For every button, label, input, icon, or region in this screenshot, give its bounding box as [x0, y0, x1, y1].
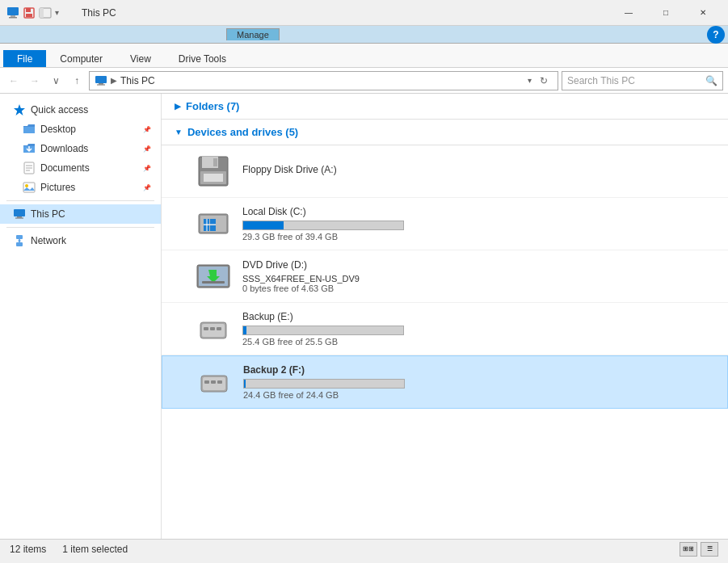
- svg-rect-1: [11, 15, 15, 17]
- dvd-drive-icon: [194, 257, 233, 296]
- title-bar-down-arrow[interactable]: ▾: [55, 8, 59, 17]
- sidebar-item-label: Quick access: [31, 104, 88, 116]
- large-icons-view-button[interactable]: ⊞⊞: [680, 542, 697, 557]
- dvd-drive-d-item[interactable]: DVD Drive (D:) SSS_X64FREE_EN-US_DV9 0 b…: [162, 250, 728, 303]
- tab-view[interactable]: View: [116, 50, 165, 67]
- backup-f-bar: [244, 380, 246, 388]
- sidebar-divider: [6, 200, 154, 201]
- sidebar-item-label: Network: [31, 235, 66, 246]
- view-controls: ⊞⊞ ☰: [680, 542, 718, 557]
- local-disk-c-space: 29.3 GB free of 39.4 GB: [242, 232, 715, 242]
- details-view-icon: ☰: [707, 545, 713, 552]
- local-disk-c-item[interactable]: Local Disk (C:) 29.3 GB free of 39.4 GB: [162, 198, 728, 250]
- sidebar-item-network[interactable]: Network: [0, 231, 161, 250]
- manage-tab[interactable]: Manage: [226, 28, 280, 40]
- svg-rect-7: [40, 8, 44, 18]
- details-view-button[interactable]: ☰: [701, 542, 718, 557]
- documents-icon: [23, 162, 36, 174]
- tab-computer[interactable]: Computer: [46, 50, 116, 67]
- svg-rect-18: [14, 209, 25, 216]
- up-button[interactable]: ↑: [68, 72, 86, 90]
- pictures-icon: [23, 181, 36, 194]
- app-icon: [6, 6, 19, 19]
- svg-rect-5: [26, 14, 32, 17]
- back-arrow-icon: ←: [9, 75, 19, 86]
- tab-drive-tools[interactable]: Drive Tools: [165, 50, 240, 67]
- chevron-right-icon: ▶: [175, 102, 181, 111]
- backup-f-icon: [195, 363, 234, 401]
- sidebar-item-pictures[interactable]: Pictures 📌: [0, 178, 161, 197]
- sidebar-item-documents[interactable]: Documents 📌: [0, 158, 161, 178]
- tab-row: File Computer View Drive Tools: [0, 44, 728, 67]
- floppy-drive-item[interactable]: Floppy Disk Drive (A:): [162, 145, 728, 198]
- sidebar: Quick access Desktop 📌 Downloads 📌: [0, 94, 162, 539]
- down-arrow-icon: ∨: [53, 75, 60, 86]
- sidebar-item-quick-access[interactable]: Quick access: [0, 100, 161, 120]
- sidebar-divider2: [6, 227, 154, 228]
- content-area: ▶ Folders (7) ▼ Devices and drives (5) F…: [162, 94, 728, 539]
- svg-rect-19: [17, 216, 22, 218]
- backup-e-name: Backup (E:): [242, 311, 715, 322]
- pc-icon: [13, 208, 26, 221]
- large-icons-icon: ⊞⊞: [683, 545, 694, 552]
- svg-rect-51: [217, 380, 222, 384]
- address-dropdown-button[interactable]: ∨: [47, 72, 65, 90]
- dvd-icon-svg: [196, 258, 231, 294]
- maximize-button[interactable]: □: [647, 0, 684, 26]
- window-title: This PC: [65, 7, 610, 19]
- backup-e-bar-container: [242, 326, 404, 335]
- title-bar-icons: ▾: [6, 6, 59, 19]
- svg-rect-46: [217, 327, 221, 330]
- dvd-drive-d-subtitle: SSS_X64FREE_EN-US_DV9: [242, 274, 715, 284]
- title-bar: ▾ This PC — □ ✕: [0, 0, 728, 26]
- backup-f-name: Backup 2 (F:): [243, 364, 714, 376]
- sidebar-item-desktop[interactable]: Desktop 📌: [0, 120, 161, 139]
- help-button[interactable]: ?: [707, 26, 725, 44]
- backup-e-icon: [194, 309, 233, 348]
- devices-section-title: Devices and drives (5): [187, 126, 298, 138]
- svg-rect-27: [213, 158, 217, 166]
- status-bar: 12 items 1 item selected ⊞⊞ ☰: [0, 539, 728, 558]
- local-disk-icon-svg: [196, 206, 231, 242]
- search-box[interactable]: Search This PC 🔍: [562, 71, 723, 90]
- refresh-button[interactable]: ↻: [535, 72, 553, 90]
- toolbar-icon: [39, 6, 52, 19]
- svg-rect-20: [15, 218, 23, 219]
- backup-f-item[interactable]: Backup 2 (F:) 24.4 GB free of 24.4 GB: [162, 355, 728, 409]
- svg-rect-45: [210, 327, 215, 330]
- pin-icon: 📌: [143, 184, 151, 191]
- close-button[interactable]: ✕: [684, 0, 722, 26]
- star-icon: [13, 103, 26, 116]
- address-path-dropdown[interactable]: ▾: [528, 76, 532, 85]
- address-bar: ← → ∨ ↑ ▶ This PC ▾ ↻ Search This PC 🔍: [0, 68, 728, 94]
- back-button[interactable]: ←: [5, 72, 23, 90]
- floppy-drive-name: Floppy Disk Drive (A:): [242, 164, 715, 175]
- pin-icon: 📌: [143, 126, 151, 133]
- backup-e-item[interactable]: Backup (E:) 25.4 GB free of 25.5 GB: [162, 303, 728, 355]
- folders-section-header[interactable]: ▶ Folders (7): [162, 94, 728, 120]
- address-path-box[interactable]: ▶ This PC ▾ ↻: [89, 71, 558, 90]
- backup-f-space: 24.4 GB free of 24.4 GB: [243, 390, 714, 400]
- tab-file[interactable]: File: [3, 50, 46, 67]
- sidebar-item-label: Desktop: [40, 124, 76, 135]
- network-icon: [13, 234, 26, 247]
- item-count: 12 items: [10, 544, 46, 555]
- svg-point-24: [19, 240, 21, 242]
- selection-status: 1 item selected: [62, 544, 128, 555]
- local-disk-c-bar: [243, 221, 284, 229]
- title-controls: — □ ✕: [610, 0, 722, 26]
- minimize-button[interactable]: —: [610, 0, 647, 26]
- svg-rect-44: [204, 327, 208, 330]
- pc-small-icon: [95, 74, 107, 87]
- forward-button[interactable]: →: [26, 72, 44, 90]
- svg-rect-10: [97, 84, 105, 85]
- svg-rect-22: [16, 242, 23, 246]
- forward-arrow-icon: →: [30, 75, 40, 86]
- sidebar-item-this-pc[interactable]: This PC: [0, 204, 161, 224]
- pin-icon: 📌: [143, 145, 151, 153]
- svg-rect-49: [204, 380, 209, 384]
- svg-rect-29: [204, 174, 223, 182]
- backup-e-space: 25.4 GB free of 25.5 GB: [242, 337, 715, 347]
- devices-section-header[interactable]: ▼ Devices and drives (5): [162, 120, 728, 145]
- sidebar-item-downloads[interactable]: Downloads 📌: [0, 139, 161, 158]
